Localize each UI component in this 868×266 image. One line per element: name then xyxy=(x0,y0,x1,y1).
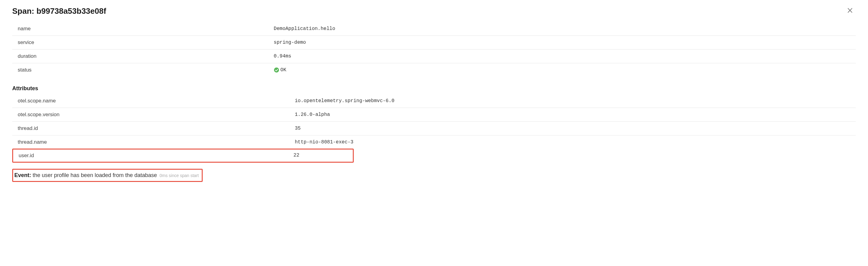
attr-value: http-nio-8081-exec-3 xyxy=(295,135,856,149)
detail-key: duration xyxy=(12,50,274,63)
highlighted-event: Event: the user profile has been loaded … xyxy=(12,169,203,182)
detail-value: spring-demo xyxy=(274,36,856,50)
attr-value: 35 xyxy=(295,122,856,135)
detail-row-duration: duration 0.94ms xyxy=(12,50,856,63)
attr-key: thread.id xyxy=(12,122,295,135)
span-id: b99738a53b33e08f xyxy=(36,6,106,16)
attr-value: 1.26.0-alpha xyxy=(295,108,856,122)
attr-row-thread-name: thread.name http-nio-8081-exec-3 xyxy=(12,135,856,149)
detail-value: 0.94ms xyxy=(274,50,856,63)
detail-key: service xyxy=(12,36,274,50)
attr-value: 22 xyxy=(293,153,353,159)
attr-value: io.opentelemetry.spring-webmvc-6.0 xyxy=(295,94,856,108)
attr-key: user.id xyxy=(13,153,293,159)
detail-row-service: service spring-demo xyxy=(12,36,856,50)
event-label: Event: xyxy=(14,172,31,178)
span-title: Span: b99738a53b33e08f xyxy=(12,6,106,16)
event-text: the user profile has been loaded from th… xyxy=(31,172,157,178)
status-text: OK xyxy=(280,67,286,73)
span-header: Span: b99738a53b33e08f xyxy=(12,6,856,16)
span-details-table: name DemoApplication.hello service sprin… xyxy=(12,22,856,77)
event-time: 0ms since span start xyxy=(160,173,199,178)
title-prefix: Span: xyxy=(12,6,36,16)
detail-key: name xyxy=(12,22,274,36)
detail-row-name: name DemoApplication.hello xyxy=(12,22,856,36)
check-circle-icon xyxy=(274,67,279,73)
svg-point-2 xyxy=(274,68,279,73)
detail-value: DemoApplication.hello xyxy=(274,22,856,36)
detail-row-status: status OK xyxy=(12,63,856,77)
attr-row-thread-id: thread.id 35 xyxy=(12,122,856,135)
highlighted-attr-user-id: user.id 22 xyxy=(12,149,354,163)
attr-key: otel.scope.name xyxy=(12,94,295,108)
close-icon[interactable] xyxy=(844,6,856,16)
attr-row-scope-version: otel.scope.version 1.26.0-alpha xyxy=(12,108,856,122)
attributes-heading: Attributes xyxy=(12,85,856,92)
detail-value: OK xyxy=(274,63,856,77)
detail-key: status xyxy=(12,63,274,77)
attr-row-scope-name: otel.scope.name io.opentelemetry.spring-… xyxy=(12,94,856,108)
attributes-table: otel.scope.name io.opentelemetry.spring-… xyxy=(12,94,856,149)
attr-key: thread.name xyxy=(12,135,295,149)
attr-key: otel.scope.version xyxy=(12,108,295,122)
